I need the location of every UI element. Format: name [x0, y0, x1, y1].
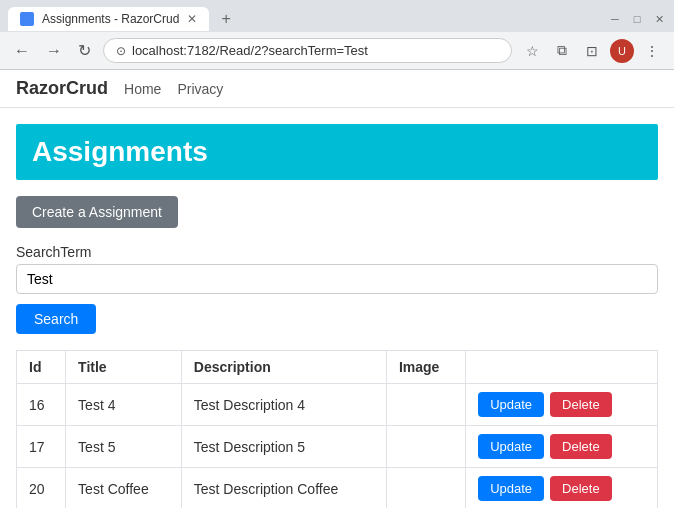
delete-button[interactable]: Delete [550, 434, 612, 459]
cell-image [386, 426, 465, 468]
address-text: localhost:7182/Read/2?searchTerm=Test [132, 43, 499, 58]
delete-button[interactable]: Delete [550, 476, 612, 501]
toolbar-icons: ☆ ⧉ ⊡ U ⋮ [520, 39, 664, 63]
table-header: Id Title Description Image [17, 351, 658, 384]
col-id: Id [17, 351, 66, 384]
delete-button[interactable]: Delete [550, 392, 612, 417]
cell-description: Test Description 5 [181, 426, 386, 468]
extension-icon[interactable]: ⧉ [550, 39, 574, 63]
table-body: 16 Test 4 Test Description 4 Update Dele… [17, 384, 658, 509]
back-button[interactable]: ← [10, 40, 34, 62]
profile-avatar[interactable]: U [610, 39, 634, 63]
table-row: 17 Test 5 Test Description 5 Update Dele… [17, 426, 658, 468]
navbar-link-home[interactable]: Home [124, 81, 161, 97]
col-actions [466, 351, 658, 384]
bookmark-icon[interactable]: ☆ [520, 39, 544, 63]
cell-actions: Update Delete [466, 426, 658, 468]
maximize-button[interactable]: □ [630, 12, 644, 26]
browser-tab[interactable]: Assignments - RazorCrud ✕ [8, 7, 209, 31]
title-bar: Assignments - RazorCrud ✕ + ─ □ ✕ [0, 0, 674, 32]
forward-button[interactable]: → [42, 40, 66, 62]
address-icon: ⊙ [116, 44, 126, 58]
page-title: Assignments [32, 136, 642, 168]
table-row: 20 Test Coffee Test Description Coffee U… [17, 468, 658, 509]
minimize-button[interactable]: ─ [608, 12, 622, 26]
browser-chrome: Assignments - RazorCrud ✕ + ─ □ ✕ ← → ↻ … [0, 0, 674, 70]
tab-title: Assignments - RazorCrud [42, 12, 179, 26]
update-button[interactable]: Update [478, 434, 544, 459]
search-form-group: SearchTerm [16, 244, 658, 294]
update-button[interactable]: Update [478, 392, 544, 417]
close-button[interactable]: ✕ [652, 12, 666, 26]
cell-description: Test Description Coffee [181, 468, 386, 509]
search-term-label: SearchTerm [16, 244, 658, 260]
window-controls: ─ □ ✕ [608, 12, 666, 26]
navbar: RazorCrud Home Privacy [0, 70, 674, 108]
create-assignment-button[interactable]: Create a Assignment [16, 196, 178, 228]
search-button[interactable]: Search [16, 304, 96, 334]
main-content: Assignments Create a Assignment SearchTe… [0, 108, 674, 508]
cell-title: Test 5 [66, 426, 182, 468]
tab-close-icon[interactable]: ✕ [187, 12, 197, 26]
navbar-link-privacy[interactable]: Privacy [177, 81, 223, 97]
col-title: Title [66, 351, 182, 384]
cell-description: Test Description 4 [181, 384, 386, 426]
tab-favicon [20, 12, 34, 26]
search-input[interactable] [16, 264, 658, 294]
page: RazorCrud Home Privacy Assignments Creat… [0, 70, 674, 508]
menu-icon[interactable]: ⋮ [640, 39, 664, 63]
address-bar[interactable]: ⊙ localhost:7182/Read/2?searchTerm=Test [103, 38, 512, 63]
assignments-header: Assignments [16, 124, 658, 180]
col-image: Image [386, 351, 465, 384]
cell-id: 17 [17, 426, 66, 468]
cast-icon[interactable]: ⊡ [580, 39, 604, 63]
cell-title: Test Coffee [66, 468, 182, 509]
browser-toolbar: ← → ↻ ⊙ localhost:7182/Read/2?searchTerm… [0, 32, 674, 69]
cell-image [386, 468, 465, 509]
cell-image [386, 384, 465, 426]
cell-title: Test 4 [66, 384, 182, 426]
cell-actions: Update Delete [466, 384, 658, 426]
assignments-table: Id Title Description Image 16 Test 4 Tes… [16, 350, 658, 508]
navbar-brand[interactable]: RazorCrud [16, 78, 108, 99]
cell-actions: Update Delete [466, 468, 658, 509]
new-tab-button[interactable]: + [213, 6, 238, 32]
update-button[interactable]: Update [478, 476, 544, 501]
cell-id: 16 [17, 384, 66, 426]
reload-button[interactable]: ↻ [74, 39, 95, 62]
col-description: Description [181, 351, 386, 384]
cell-id: 20 [17, 468, 66, 509]
table-row: 16 Test 4 Test Description 4 Update Dele… [17, 384, 658, 426]
table-header-row: Id Title Description Image [17, 351, 658, 384]
